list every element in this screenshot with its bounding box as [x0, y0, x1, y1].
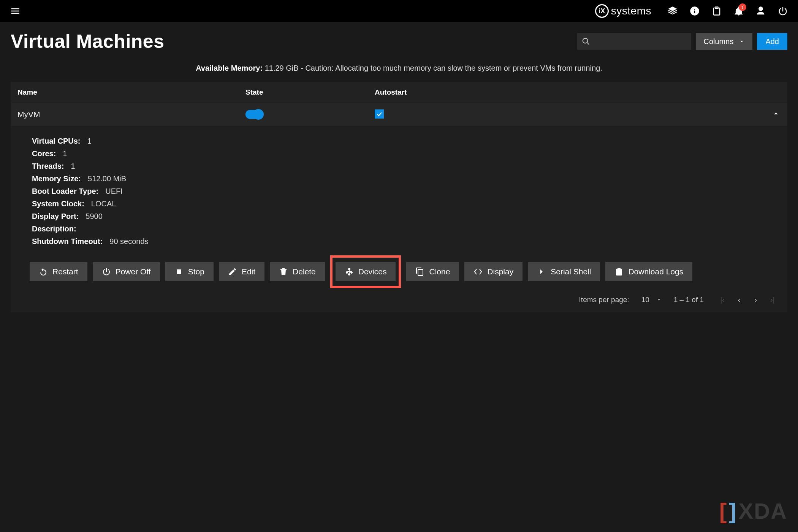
toggle-on-icon — [245, 110, 263, 119]
restart-button[interactable]: Restart — [30, 262, 87, 281]
copy-icon — [415, 267, 424, 276]
vm-state-toggle[interactable] — [245, 110, 375, 119]
action-label: Restart — [52, 267, 78, 276]
search-box[interactable] — [577, 33, 691, 50]
columns-button[interactable]: Columns — [696, 33, 752, 50]
pencil-icon — [228, 267, 237, 276]
clipboard-icon — [711, 6, 722, 16]
next-page[interactable]: › — [749, 296, 762, 304]
trash-icon — [279, 267, 288, 276]
add-label: Add — [765, 37, 779, 46]
clone-button[interactable]: Clone — [406, 262, 459, 281]
memory-label: Available Memory: — [196, 64, 263, 72]
notification-badge: 1 — [739, 3, 746, 11]
detail-value: 5900 — [86, 212, 103, 221]
devices-button[interactable]: Devices — [336, 262, 396, 281]
detail-label: Virtual CPUs: — [32, 137, 80, 146]
page-title: Virtual Machines — [11, 30, 164, 52]
col-state: State — [245, 88, 375, 97]
detail-value: 1 — [63, 149, 67, 158]
chevron-down-icon — [739, 38, 745, 44]
add-button[interactable]: Add — [757, 33, 787, 50]
power-icon — [102, 267, 111, 276]
account-button[interactable] — [752, 3, 769, 19]
bracket-icon: ] — [729, 498, 737, 524]
search-input[interactable] — [594, 38, 687, 46]
search-icon — [582, 37, 590, 46]
detail-label: Description: — [32, 225, 76, 233]
prev-page[interactable]: ‹ — [733, 296, 746, 304]
vm-autostart-checkbox[interactable] — [375, 109, 750, 119]
person-icon — [755, 6, 766, 16]
power-button[interactable] — [774, 3, 791, 19]
items-per-page-select[interactable]: 10 — [641, 296, 662, 304]
items-per-page-label: Items per page: — [579, 296, 629, 304]
stop-button[interactable]: Stop — [165, 262, 214, 281]
table-header: Name State Autostart — [11, 82, 787, 103]
first-page[interactable]: |‹ — [716, 296, 729, 304]
clipboard-icon — [614, 267, 624, 276]
memory-text: 11.29 GiB - Caution: Allocating too much… — [265, 64, 602, 72]
detail-value: 1 — [71, 162, 75, 171]
paginator-nav: |‹ ‹ › ›| — [716, 296, 779, 304]
detail-label: Display Port: — [32, 212, 79, 221]
menu-button[interactable] — [7, 3, 24, 19]
detail-label: Boot Loader Type: — [32, 187, 98, 196]
truecommand-button[interactable] — [664, 3, 681, 19]
page: Virtual Machines Columns Add Available M… — [0, 22, 798, 312]
power-icon — [777, 6, 788, 16]
memory-warning: Available Memory: 11.29 GiB - Caution: A… — [11, 64, 787, 73]
action-label: Delete — [293, 267, 316, 276]
hub-icon — [345, 267, 354, 276]
svg-rect-0 — [177, 269, 181, 274]
vm-details: Virtual CPUs:1 Cores:1 Threads:1 Memory … — [11, 126, 787, 255]
action-label: Download Logs — [628, 267, 683, 276]
edit-button[interactable]: Edit — [219, 262, 264, 281]
vm-name: MyVM — [17, 110, 245, 119]
info-button[interactable] — [686, 3, 703, 19]
action-label: Devices — [358, 267, 387, 276]
action-label: Clone — [429, 267, 450, 276]
action-label: Stop — [188, 267, 204, 276]
clipboard-button[interactable] — [708, 3, 725, 19]
action-label: Serial Shell — [551, 267, 591, 276]
detail-label: Shutdown Timeout: — [32, 237, 103, 246]
display-button[interactable]: Display — [464, 262, 522, 281]
delete-button[interactable]: Delete — [270, 262, 325, 281]
devices-highlight: Devices — [330, 255, 401, 288]
checkbox-icon — [375, 109, 384, 119]
layers-icon — [667, 6, 678, 16]
brand-text: systems — [611, 5, 651, 17]
chevron-down-icon — [656, 297, 662, 302]
restart-icon — [39, 267, 48, 276]
chevron-right-icon — [537, 267, 546, 276]
detail-value: 512.00 MiB — [88, 174, 126, 183]
paginator-range: 1 – 1 of 1 — [674, 296, 704, 304]
hamburger-icon — [10, 6, 21, 16]
expand-toggle[interactable] — [771, 109, 781, 120]
action-label: Edit — [242, 267, 255, 276]
vm-table: Name State Autostart MyVM Virtual CPUs:1… — [11, 82, 787, 312]
table-row[interactable]: MyVM — [11, 103, 787, 126]
stop-icon — [174, 267, 184, 276]
display-icon — [473, 267, 483, 276]
detail-value: 90 seconds — [109, 237, 148, 246]
detail-label: Threads: — [32, 162, 64, 171]
last-page[interactable]: ›| — [766, 296, 779, 304]
watermark: [ ] XDA — [719, 498, 787, 524]
chevron-up-icon — [771, 109, 781, 118]
brand-logo[interactable]: iX systems — [595, 4, 651, 18]
notifications-button[interactable]: 1 — [730, 3, 747, 19]
vm-actions: Restart Power Off Stop Edit Delete — [11, 255, 787, 291]
bracket-icon: [ — [719, 498, 727, 524]
brand-badge: iX — [595, 4, 609, 18]
info-icon — [689, 6, 700, 16]
detail-value: UEFI — [105, 187, 123, 196]
topbar: iX systems 1 — [0, 0, 798, 22]
poweroff-button[interactable]: Power Off — [93, 262, 160, 281]
action-label: Display — [487, 267, 513, 276]
download-logs-button[interactable]: Download Logs — [605, 262, 692, 281]
serial-shell-button[interactable]: Serial Shell — [528, 262, 600, 281]
detail-label: System Clock: — [32, 200, 84, 208]
detail-value: LOCAL — [91, 200, 116, 208]
